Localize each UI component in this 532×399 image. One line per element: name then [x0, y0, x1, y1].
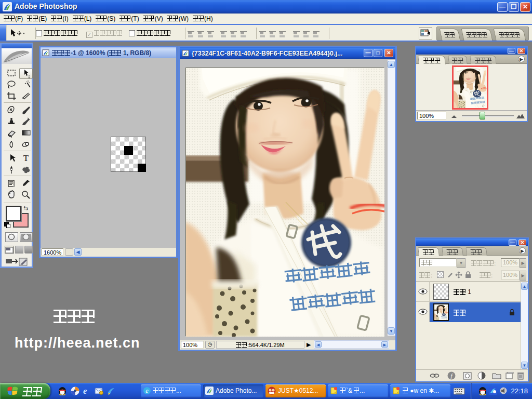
svg-text:e: e — [145, 387, 149, 394]
svg-text:T: T — [23, 153, 29, 163]
